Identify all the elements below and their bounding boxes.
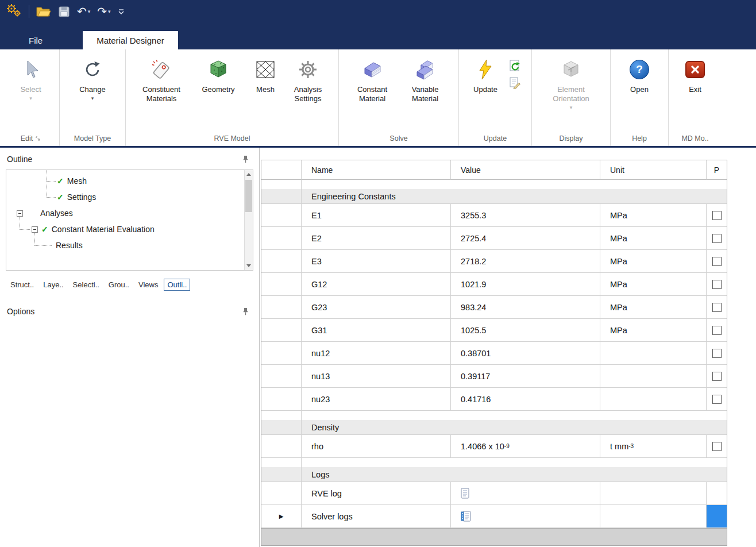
cell-value[interactable]: 983.24 [451,296,600,319]
change-button[interactable]: Change ▾ [67,49,118,101]
row-selector-cell[interactable] [261,227,302,250]
parameter-checkbox[interactable] [712,257,722,266]
save-button[interactable] [58,6,70,18]
row-selector-cell[interactable] [261,435,302,458]
cell-name[interactable]: E3 [302,250,451,273]
refresh-geometry-button[interactable] [508,59,522,72]
cell-value[interactable]: 0.38701 [451,342,600,365]
tree-item-constant-material-evaluation[interactable]: ✓ Constant Material Evaluation [32,222,155,237]
customize-toolbar-button[interactable] [118,9,125,14]
pin-icon[interactable] [242,307,249,315]
row-selector-cell[interactable] [261,388,302,411]
panel-tab-selection[interactable]: Selecti.. [70,279,103,291]
tab-file[interactable]: File [16,31,55,49]
cell-name[interactable]: G12 [302,273,451,296]
cell-unit[interactable]: t mm-3 [600,435,707,458]
exit-button[interactable]: Exit [676,49,715,94]
cell-p-selected[interactable] [707,505,727,528]
scrollbar-thumb[interactable] [245,180,252,212]
cell-value[interactable]: 1021.9 [451,273,600,296]
pin-icon[interactable] [242,155,249,163]
cell-name[interactable]: nu12 [302,342,451,365]
cell-value[interactable] [451,505,600,528]
panel-tab-structure[interactable]: Struct.. [7,279,37,291]
cell-value[interactable]: 1025.5 [451,319,600,342]
panel-tab-layers[interactable]: Laye.. [40,279,67,291]
cell-unit[interactable]: MPa [600,296,707,319]
tree-item-analyses[interactable]: Analyses [17,206,73,221]
undo-dropdown-caret-icon[interactable]: ▾ [88,9,91,14]
row-selector-cell[interactable] [261,365,302,388]
redo-button[interactable]: ↷ ▾ [97,6,110,17]
cell-name[interactable]: G31 [302,319,451,342]
geometry-button[interactable]: Geometry [190,49,246,94]
scroll-down-button[interactable] [245,261,253,270]
panel-tab-groups[interactable]: Grou.. [105,279,133,291]
undo-button[interactable]: ↶ ▾ [77,6,90,17]
cell-unit[interactable]: MPa [600,250,707,273]
parameter-checkbox[interactable] [712,326,722,335]
open-file-button[interactable] [36,6,51,17]
row-selector-cell[interactable] [261,319,302,342]
panel-tab-views[interactable]: Views [135,279,161,291]
row-selector-cell[interactable] [261,342,302,365]
tree-item-mesh[interactable]: ✓ Mesh [57,174,87,188]
parameter-checkbox[interactable] [712,234,722,243]
tree-expander-minus-icon[interactable] [17,210,23,217]
cell-name[interactable]: nu23 [302,388,451,411]
parameter-checkbox[interactable] [712,395,722,404]
cell-unit[interactable]: MPa [600,273,707,296]
tree-item-settings[interactable]: ✓ Settings [57,190,96,205]
cell-name[interactable]: RVE log [302,482,451,505]
edit-page-button[interactable] [508,76,522,90]
tab-material-designer[interactable]: Material Designer [83,31,178,49]
cell-unit[interactable]: MPa [600,204,707,227]
cell-value[interactable]: 3255.3 [451,204,600,227]
parameter-checkbox[interactable] [712,442,722,451]
variable-material-button[interactable]: Variable Material [399,49,452,103]
help-open-button[interactable]: ? Open [618,49,661,94]
cell-unit[interactable] [600,388,707,411]
constant-material-button[interactable]: Constant Material [346,49,399,103]
cell-unit[interactable] [600,482,707,505]
cell-value[interactable]: 0.41716 [451,388,600,411]
cell-unit[interactable] [600,505,707,528]
cell-name[interactable]: rho [302,435,451,458]
parameter-checkbox[interactable] [712,211,722,220]
parameter-checkbox[interactable] [712,303,722,312]
redo-dropdown-caret-icon[interactable]: ▾ [108,9,111,14]
row-selector-cell[interactable] [261,273,302,296]
tree-item-results[interactable]: Results [56,238,83,253]
cell-unit[interactable]: MPa [600,319,707,342]
constituent-materials-button[interactable]: Constituent Materials [133,49,190,103]
cell-value[interactable]: 2718.2 [451,250,600,273]
cell-value[interactable]: 2725.4 [451,227,600,250]
parameter-checkbox[interactable] [712,280,722,289]
cell-name[interactable]: E2 [302,227,451,250]
dialog-launcher-icon[interactable] [36,136,41,141]
row-selector-cell[interactable] [261,204,302,227]
tree-expander-minus-icon[interactable] [32,226,38,233]
row-selector-cell-active[interactable]: ▶ [261,505,302,528]
scroll-up-button[interactable] [245,170,253,179]
cell-unit[interactable] [600,365,707,388]
cell-name[interactable]: Solver logs [302,505,451,528]
cell-name[interactable]: E1 [302,204,451,227]
row-selector-cell[interactable] [261,250,302,273]
row-selector-cell[interactable] [261,482,302,505]
mesh-button[interactable]: Mesh [246,49,284,94]
parameter-checkbox[interactable] [712,349,722,358]
cell-unit[interactable] [600,342,707,365]
cell-name[interactable]: G23 [302,296,451,319]
cell-value[interactable]: 0.39117 [451,365,600,388]
cell-name[interactable]: nu13 [302,365,451,388]
parameter-checkbox[interactable] [712,372,722,381]
row-selector-cell[interactable] [261,296,302,319]
analysis-settings-button[interactable]: Analysis Settings [284,49,331,103]
cell-value[interactable] [451,482,600,505]
panel-tab-outline[interactable]: Outli.. [164,279,190,291]
select-button[interactable]: Select ▾ [9,49,52,101]
update-button[interactable]: Update [466,49,505,94]
cell-unit[interactable]: MPa [600,227,707,250]
cell-value[interactable]: 1.4066 x 10-9 [451,435,600,458]
